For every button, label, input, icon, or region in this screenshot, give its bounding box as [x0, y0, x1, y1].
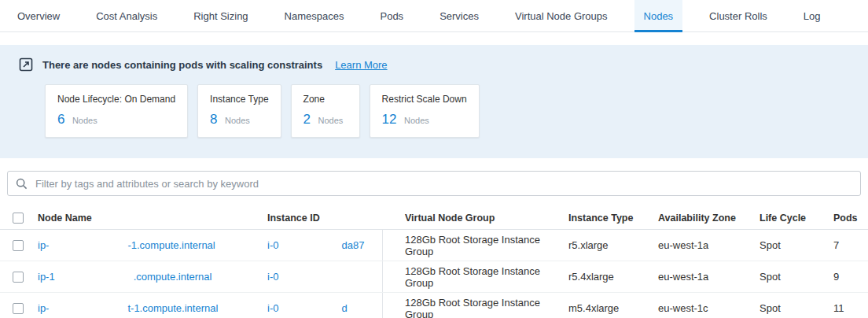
life-cycle-cell: Spot	[760, 271, 833, 283]
life-cycle-cell: Spot	[760, 302, 833, 314]
learn-more-link[interactable]: Learn More	[335, 59, 387, 71]
tab-cluster-rolls[interactable]: Cluster Rolls	[700, 0, 777, 31]
search-icon	[16, 178, 28, 190]
table-row: ip-t-1.compute.internal i-0d 128Gb Root …	[0, 293, 868, 318]
instance-type-cell: r5.4xlarge	[568, 271, 658, 283]
col-header-life-cycle: Life Cycle	[760, 213, 833, 224]
col-header-pods: Pods	[833, 213, 868, 224]
banner-message: There are nodes containing pods with sca…	[42, 59, 322, 71]
col-header-virtual-node-group: Virtual Node Group	[383, 213, 568, 224]
col-header-availability-zone: Availability Zone	[658, 213, 760, 224]
node-name-link[interactable]: ip--1.compute.internal	[38, 239, 215, 251]
card-count: 6	[57, 112, 64, 127]
instance-type-cell: r5.xlarge	[568, 239, 658, 251]
col-header-node-name: Node Name	[38, 213, 267, 224]
card-count: 8	[210, 112, 217, 127]
instance-id-link[interactable]: i-0d	[267, 302, 348, 314]
constraint-cards: Node Lifecycle: On Demand 6 Nodes Instan…	[45, 84, 868, 138]
tab-nodes[interactable]: Nodes	[634, 0, 683, 31]
node-name-link[interactable]: ip-t-1.compute.internal	[38, 302, 218, 314]
instance-type-cell: m5.4xlarge	[568, 302, 658, 314]
card-unit: Nodes	[225, 116, 250, 125]
card-zone[interactable]: Zone 2 Nodes	[291, 84, 360, 138]
node-name-link[interactable]: ip-1.compute.internal	[38, 271, 211, 283]
tab-pods[interactable]: Pods	[370, 0, 413, 31]
table-row: ip-1.compute.internal i-0 128Gb Root Sto…	[0, 261, 868, 293]
tab-bar: Overview Cost Analysis Right Sizing Name…	[0, 0, 868, 32]
card-count: 12	[382, 112, 397, 127]
pods-cell: 7	[833, 239, 868, 251]
card-unit: Nodes	[404, 116, 429, 125]
tab-overview[interactable]: Overview	[8, 0, 69, 31]
card-label: Zone	[303, 94, 348, 105]
availability-zone-cell: eu-west-1a	[658, 239, 760, 251]
pods-cell: 9	[833, 271, 868, 283]
virtual-node-group-cell: 128Gb Root Storage Instance Group	[383, 234, 568, 257]
card-instance-type[interactable]: Instance Type 8 Nodes	[197, 84, 281, 138]
nodes-table: Node Name Instance ID Virtual Node Group…	[0, 206, 868, 318]
instance-id-link[interactable]: i-0	[267, 271, 341, 283]
row-checkbox[interactable]	[13, 240, 24, 251]
scaling-constraints-banner: There are nodes containing pods with sca…	[0, 45, 868, 158]
card-label: Instance Type	[210, 94, 269, 105]
virtual-node-group-cell: 128Gb Root Storage Instance Group	[383, 297, 568, 318]
col-header-instance-type: Instance Type	[568, 213, 658, 224]
table-header: Node Name Instance ID Virtual Node Group…	[0, 206, 868, 230]
filter-search-bar[interactable]	[7, 171, 861, 196]
pods-cell: 11	[833, 302, 868, 314]
card-count: 2	[303, 112, 311, 127]
virtual-node-group-cell: 128Gb Root Storage Instance Group	[383, 265, 568, 289]
card-restrict-scale-down[interactable]: Restrict Scale Down 12 Nodes	[370, 84, 480, 138]
row-checkbox[interactable]	[13, 272, 24, 283]
card-unit: Nodes	[318, 116, 344, 125]
row-checkbox[interactable]	[13, 303, 24, 314]
tab-virtual-node-groups[interactable]: Virtual Node Groups	[506, 0, 617, 31]
tab-right-sizing[interactable]: Right Sizing	[184, 0, 257, 31]
col-header-instance-id: Instance ID	[267, 206, 383, 229]
tab-services[interactable]: Services	[430, 0, 488, 31]
availability-zone-cell: eu-west-1a	[658, 271, 760, 283]
tab-namespaces[interactable]: Namespaces	[275, 0, 354, 31]
life-cycle-cell: Spot	[760, 239, 833, 251]
card-label: Restrict Scale Down	[382, 94, 467, 105]
card-node-lifecycle[interactable]: Node Lifecycle: On Demand 6 Nodes	[45, 84, 188, 138]
search-input[interactable]	[34, 177, 852, 190]
availability-zone-cell: eu-west-1c	[658, 302, 760, 314]
select-all-checkbox[interactable]	[13, 213, 24, 224]
card-label: Node Lifecycle: On Demand	[57, 94, 175, 105]
tab-cost-analysis[interactable]: Cost Analysis	[86, 0, 167, 31]
card-unit: Nodes	[72, 116, 97, 125]
tab-log[interactable]: Log	[794, 0, 830, 31]
scaling-constraint-icon	[19, 57, 33, 72]
instance-id-link[interactable]: i-0da87	[267, 239, 364, 251]
table-row: ip--1.compute.internal i-0da87 128Gb Roo…	[0, 230, 868, 261]
